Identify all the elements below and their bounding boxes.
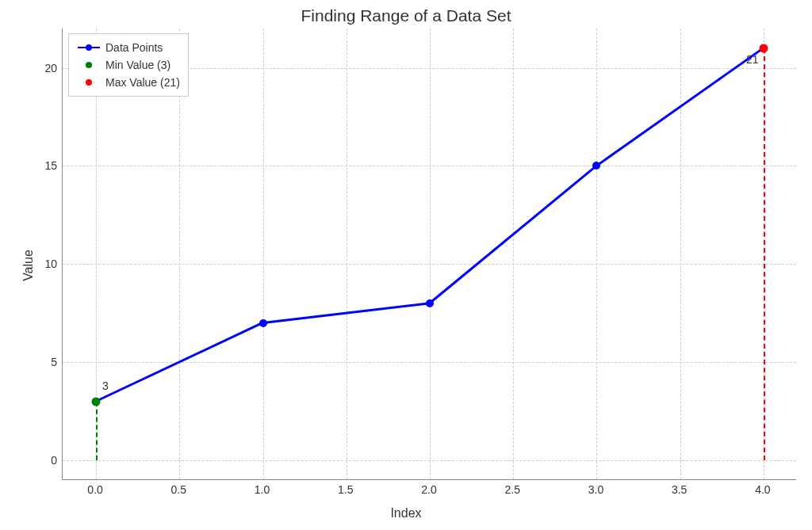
y-tick-label: 15 [38, 159, 57, 172]
grid-horizontal [63, 264, 796, 265]
legend-label: Data Points [105, 41, 163, 54]
x-tick-label: 3.5 [672, 483, 687, 496]
grid-vertical [596, 29, 597, 479]
data-point [259, 319, 267, 327]
x-tick-label: 2.0 [421, 483, 436, 496]
grid-vertical [680, 29, 681, 479]
chart-container: Finding Range of a Data Set Value Index … [0, 0, 812, 530]
y-tick-label: 5 [38, 356, 57, 368]
max-marker [759, 44, 768, 52]
y-tick-label: 10 [38, 257, 57, 270]
legend-label: Max Value (21) [105, 76, 180, 89]
x-tick-label: 1.5 [338, 483, 353, 496]
data-point [426, 299, 434, 307]
legend-item-max: Max Value (21) [77, 74, 180, 91]
y-tick-label: 20 [38, 62, 57, 74]
min-label: 3 [102, 379, 109, 392]
x-tick-label: 0.0 [87, 483, 102, 496]
x-tick-label: 2.5 [504, 483, 519, 496]
legend: Data Points Min Value (3) Max Value (21) [68, 33, 189, 97]
legend-item-min: Min Value (3) [77, 56, 180, 74]
grid-horizontal [63, 166, 796, 166]
legend-item-data: Data Points [77, 39, 180, 56]
x-tick-label: 1.0 [255, 483, 270, 496]
min-marker [92, 397, 101, 406]
grid-horizontal [63, 460, 796, 461]
x-tick-label: 3.0 [588, 483, 603, 496]
max-dashed-line [764, 48, 765, 460]
x-tick-label: 4.0 [755, 483, 770, 496]
grid-vertical [430, 29, 431, 479]
min-dashed-line [96, 402, 98, 460]
chart-title: Finding Range of a Data Set [0, 6, 812, 25]
grid-vertical [263, 29, 264, 479]
x-axis-label: Index [0, 506, 812, 520]
x-tick-label: 0.5 [171, 483, 186, 496]
data-point [592, 162, 600, 170]
legend-label: Min Value (3) [105, 59, 170, 71]
y-axis-label: Value [21, 250, 36, 281]
grid-vertical [347, 29, 347, 479]
grid-vertical [513, 29, 514, 479]
y-tick-label: 0 [38, 454, 57, 467]
max-label: 21 [746, 53, 759, 66]
